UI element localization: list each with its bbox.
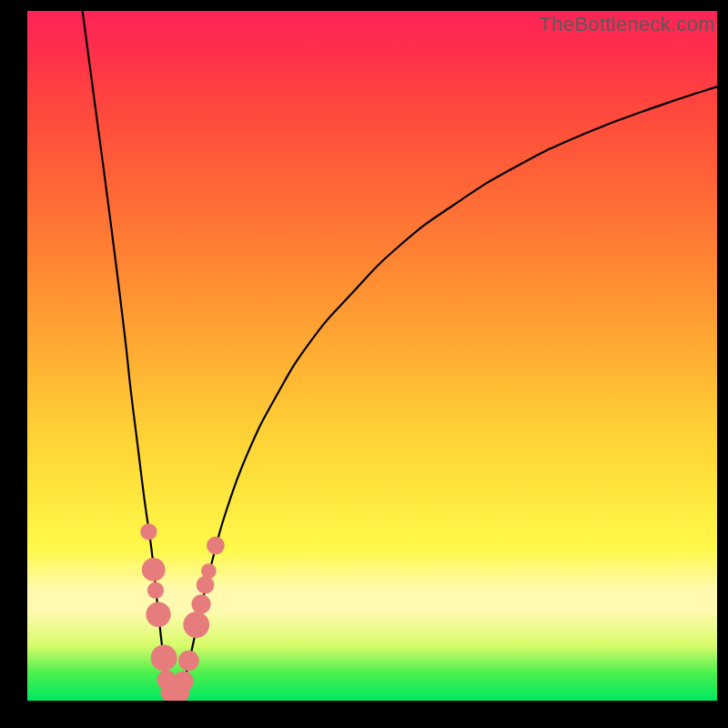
data-marker	[146, 602, 170, 627]
data-marker	[207, 537, 225, 555]
data-marker	[140, 523, 157, 540]
data-marker	[197, 576, 215, 594]
curve-svg	[27, 11, 717, 701]
data-marker	[201, 563, 217, 579]
data-marker	[183, 612, 209, 638]
bottleneck-curve	[83, 11, 717, 697]
data-marker	[151, 645, 177, 672]
watermark-text: TheBottleneck.com	[540, 13, 715, 36]
data-marker	[178, 651, 199, 672]
curve-markers	[140, 523, 224, 701]
data-marker	[142, 558, 166, 581]
data-marker	[191, 594, 210, 613]
data-marker	[173, 671, 194, 692]
chart-frame: TheBottleneck.com	[0, 0, 728, 728]
data-marker	[147, 582, 164, 599]
gradient-plot-area	[27, 11, 717, 701]
